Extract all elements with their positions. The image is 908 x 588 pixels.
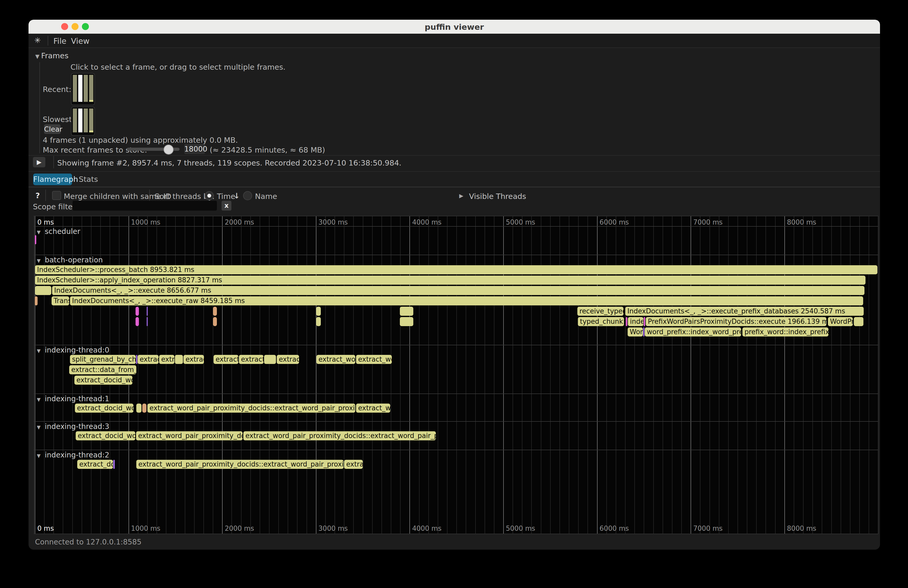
frames-section-header[interactable]: ▼ Frames <box>35 51 68 60</box>
clear-filter-button[interactable]: x <box>222 201 232 210</box>
flamegraph-bar[interactable]: PrefixWordPairsProximityDocids::execute … <box>646 317 826 326</box>
sort-direction-arrow-icon[interactable]: ↓ <box>233 191 240 200</box>
flamegraph-bar[interactable]: extract::data_from_ob <box>69 365 136 374</box>
sort-name-radio[interactable] <box>243 191 252 200</box>
play-button[interactable]: ▶ <box>33 157 45 167</box>
flamegraph-bar[interactable] <box>35 286 51 295</box>
visible-threads-triangle-icon[interactable]: ▶ <box>459 193 463 199</box>
flamegraph-bar[interactable]: extract_docid_word <box>75 403 134 413</box>
flamegraph-bar[interactable]: IndexDocuments<_, _>::execute 8656.677 m… <box>52 286 865 295</box>
flamegraph-bar[interactable]: extract_docid_word <box>74 376 132 385</box>
flamegraph-bar[interactable]: IndexScheduler>::process_batch 8953.821 … <box>35 265 877 274</box>
flamegraph-bar[interactable] <box>644 317 645 326</box>
flamegraph-bar[interactable] <box>854 317 863 326</box>
help-button[interactable]: ? <box>35 191 40 200</box>
flamegraph-bar[interactable] <box>316 317 321 326</box>
gridline <box>522 216 522 533</box>
tab-flamegraph[interactable]: Flamegraph <box>33 174 72 185</box>
flamegraph-bar[interactable] <box>135 317 139 326</box>
slider-knob[interactable] <box>164 145 174 155</box>
flamegraph-bar[interactable]: extract <box>138 355 159 364</box>
frame-bar[interactable] <box>89 109 93 132</box>
collapse-triangle-icon: ▼ <box>37 348 42 353</box>
flamegraph-bar[interactable] <box>213 307 217 316</box>
flamegraph-bar[interactable]: prefix_word::index_prefix_wo <box>742 328 828 336</box>
flamegraph-bar[interactable] <box>400 317 413 326</box>
frame-thumbnail-slowest[interactable] <box>71 107 95 136</box>
slowest-label: Slowest: <box>43 115 74 124</box>
flamegraph-bar[interactable]: WordPr <box>828 317 853 326</box>
flamegraph-bar[interactable]: typed_chunk::w <box>578 317 624 326</box>
flamegraph-bar[interactable] <box>643 328 644 336</box>
sort-time-radio[interactable] <box>205 191 214 200</box>
flamegraph-bar[interactable] <box>113 460 115 469</box>
flamegraph-bar[interactable]: word_prefix::index_word_prefix_ <box>645 328 741 336</box>
flamegraph-bar[interactable]: extrac <box>344 460 363 469</box>
flamegraph-bar[interactable]: IndexScheduler>::apply_index_operation 8… <box>35 276 866 285</box>
flamegraph-bar[interactable] <box>213 317 217 326</box>
flamegraph-bar[interactable] <box>316 307 321 316</box>
flamegraph-bar[interactable] <box>264 355 276 364</box>
flamegraph-bar[interactable]: split_grenad_by_chun <box>70 355 136 364</box>
frame-bar-selected[interactable] <box>78 75 82 102</box>
tab-stats[interactable]: Stats <box>77 174 100 185</box>
flamegraph-bar[interactable]: extra <box>159 355 174 364</box>
sort-time-label[interactable]: Time <box>217 192 235 201</box>
menu-item-file[interactable]: File <box>53 37 66 46</box>
gridline <box>119 216 119 533</box>
flamegraph-bar[interactable]: extract_docid_word <box>76 431 135 440</box>
visible-threads-header[interactable]: Visible Threads <box>469 192 526 201</box>
flamegraph-bar[interactable]: Trans <box>52 296 69 305</box>
flamegraph-bar[interactable]: IndexDocuments<_, _>::execute_raw 8459.1… <box>70 296 863 305</box>
thread-header[interactable]: ▼ indexing-thread:0 <box>37 346 109 354</box>
flamegraph-bar[interactable] <box>626 317 627 326</box>
flamegraph-bar[interactable]: index <box>628 317 644 326</box>
thread-header[interactable]: ▼ batch-operation <box>37 255 103 264</box>
thread-header[interactable]: ▼ indexing-thread:2 <box>37 451 109 459</box>
frame-bar-selected[interactable] <box>78 109 82 132</box>
flamegraph-bar[interactable]: extract_wo <box>356 403 390 413</box>
flamegraph-bar[interactable] <box>135 307 139 316</box>
flamegraph-bar[interactable] <box>175 355 183 364</box>
flamegraph-bar[interactable]: extrac <box>184 355 204 364</box>
flamegraph-bar[interactable] <box>136 403 142 413</box>
flamegraph-bar[interactable]: extract_ <box>214 355 238 364</box>
frame-bar[interactable] <box>84 75 88 102</box>
menubar: ✳ File View <box>29 34 880 48</box>
flamegraph-bar[interactable]: extract_word <box>316 355 355 364</box>
flamegraph-bar[interactable]: IndexDocuments<_, _>::execute_prefix_dat… <box>625 307 864 316</box>
frame-thumbnail-recent[interactable] <box>71 73 95 105</box>
flamegraph-bar[interactable]: extract_word_pair_proximity_docids <box>136 431 243 440</box>
flamegraph-bar[interactable]: extract_doc <box>77 460 113 469</box>
frame-bar[interactable] <box>89 75 93 102</box>
theme-toggle-icon[interactable]: ✳ <box>34 36 41 45</box>
flamegraph-bar[interactable] <box>35 296 37 305</box>
flamegraph-bar[interactable] <box>142 403 147 413</box>
flamegraph-bar[interactable] <box>35 235 36 244</box>
flamegraph-bar[interactable]: extract_word_pair_proximity_docids::extr… <box>136 460 344 469</box>
scope-filter-input[interactable] <box>72 201 217 210</box>
flamegraph-bar[interactable] <box>147 317 148 326</box>
flamegraph-bar[interactable] <box>147 307 148 316</box>
flamegraph-canvas[interactable]: 0 ms0 ms1000 ms1000 ms2000 ms2000 ms3000… <box>34 216 879 534</box>
clear-button[interactable]: Clear <box>44 124 61 134</box>
frame-bar[interactable] <box>84 109 88 132</box>
flamegraph-bar[interactable] <box>400 307 413 316</box>
menu-item-view[interactable]: View <box>71 37 89 46</box>
frame-bar[interactable] <box>73 75 77 102</box>
thread-header[interactable]: ▼ indexing-thread:3 <box>37 422 109 431</box>
merge-children-checkbox[interactable] <box>52 191 61 200</box>
flamegraph-bar[interactable]: receive_typed_ <box>577 307 623 316</box>
max-frames-value[interactable]: 18000 <box>184 144 205 154</box>
flamegraph-bar[interactable]: Word <box>628 328 643 336</box>
sort-name-label[interactable]: Name <box>255 192 277 201</box>
flamegraph-bar[interactable]: extract <box>277 355 299 364</box>
frame-bar[interactable] <box>73 109 77 132</box>
flamegraph-bar[interactable]: extract_wo <box>356 355 392 364</box>
thread-header[interactable]: ▼ indexing-thread:1 <box>37 395 109 403</box>
flamegraph-bar[interactable]: extract_word_pair_proximity_docids::extr… <box>147 403 355 413</box>
flamegraph-bar[interactable]: extract_word_pair_proximity_docids::extr… <box>243 431 436 440</box>
flamegraph-bar[interactable] <box>136 355 137 364</box>
thread-header[interactable]: ▼ scheduler <box>37 227 80 236</box>
flamegraph-bar[interactable]: extract_ <box>239 355 264 364</box>
